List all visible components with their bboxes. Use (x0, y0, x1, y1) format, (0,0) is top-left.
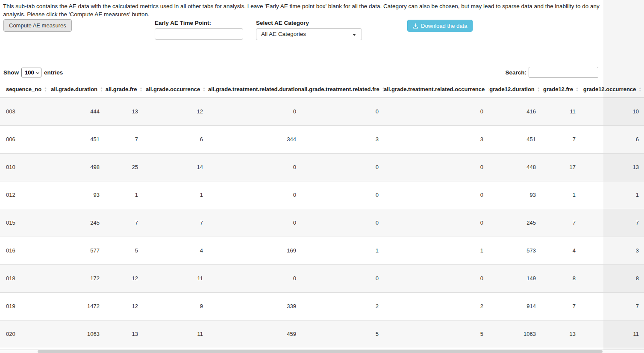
sort-both-icon: ▲▼ (44, 87, 47, 92)
cell-grade12.duration: 1063 (488, 320, 541, 348)
table-row-003: 00344413120004161110 (0, 98, 644, 125)
compute-ae-measures-button[interactable]: Compute AE measures (3, 19, 72, 32)
search-label: Search: (505, 69, 526, 76)
table-row-006: 006451763443345176 (0, 125, 644, 153)
cell-all.grade.treatment.related.occurrence: 0 (384, 153, 488, 181)
search-input[interactable] (529, 67, 598, 78)
cell-all.grade.treatment.related.duration: 0 (208, 209, 301, 237)
sort-both-icon: ▲▼ (139, 87, 142, 92)
cell-all.grade.treatment.related.duration: 344 (208, 125, 301, 153)
cell-all.grade.fre: 7 (105, 209, 143, 237)
cell-all.grade.treatment.related.occurrence: 3 (384, 125, 488, 153)
early-ae-time-point-input[interactable] (155, 28, 243, 40)
cell-sequence-no: 015 (0, 209, 49, 237)
cell-all.grade.treatment.related.duration: 0 (208, 181, 301, 209)
cell-all.grade.occurrence: 1 (143, 181, 208, 209)
ae-category-dropdown[interactable]: All AE Categories (256, 28, 362, 40)
column-header-grade12.fre[interactable]: grade12.fre▲▼ (541, 81, 581, 98)
cell-grade12.fre: 7 (541, 292, 581, 320)
sort-both-icon: ▲▼ (382, 87, 384, 92)
column-header-label: grade12.fre (543, 86, 573, 92)
cell-grade12.duration: 914 (488, 292, 541, 320)
cell-all.grade.occurrence: 4 (143, 237, 208, 264)
horizontal-scrollbar-track (0, 350, 644, 353)
cell-all.grade.treatment.related.fre: 2 (301, 292, 384, 320)
cell-grade12.duration: 149 (488, 264, 541, 292)
chevron-down-icon (353, 34, 356, 36)
column-header-label: grade12.duration (489, 86, 534, 92)
cell-all.grade.occurrence: 7 (143, 209, 208, 237)
cell-all.grade.treatment.related.fre: 0 (301, 181, 384, 209)
table-row-015: 0152457700024577 (0, 209, 644, 237)
cell-all.grade.treatment.related.fre: 1 (301, 237, 384, 264)
cell-all.grade.duration: 577 (49, 237, 105, 264)
cell-all.grade.occurrence: 6 (143, 125, 208, 153)
early-ae-time-point-label: Early AE Time Point: (155, 20, 211, 26)
cell-grade12.fre: 7 (541, 209, 581, 237)
cell-all.grade.treatment.related.occurrence: 0 (384, 181, 488, 209)
cell-grade12.occurrence: 11 (581, 320, 644, 348)
cell-all.grade.occurrence: 12 (143, 98, 208, 125)
cell-all.grade.treatment.related.duration: 0 (208, 264, 301, 292)
column-header-grade12.occurrence[interactable]: grade12.occurrence▲▼ (581, 81, 644, 98)
cell-grade12.fre: 8 (541, 264, 581, 292)
column-header-all.grade.duration[interactable]: all.grade.duration▲▼ (49, 81, 105, 98)
cell-grade12.occurrence: 10 (581, 98, 644, 125)
cell-sequence-no: 019 (0, 292, 49, 320)
column-header-all.grade.treatment.related.fre[interactable]: all.grade.treatment.related.fre▲▼ (301, 81, 384, 98)
page-length-select[interactable]: 100 (21, 68, 41, 77)
cell-sequence-no: 010 (0, 153, 49, 181)
cell-all.grade.fre: 25 (105, 153, 143, 181)
select-ae-category-label: Select AE Category (256, 20, 309, 26)
cell-grade12.occurrence: 3 (581, 237, 644, 264)
column-header-all.grade.treatment.related.duration[interactable]: all.grade.treatment.related.duration▲▼ (208, 81, 301, 98)
cell-all.grade.treatment.related.duration: 339 (208, 292, 301, 320)
cell-all.grade.treatment.related.fre: 0 (301, 98, 384, 125)
cell-grade12.fre: 1 (541, 181, 581, 209)
cell-grade12.occurrence: 8 (581, 264, 644, 292)
cell-all.grade.occurrence: 11 (143, 264, 208, 292)
cell-all.grade.fre: 12 (105, 292, 143, 320)
cell-all.grade.treatment.related.duration: 459 (208, 320, 301, 348)
cell-grade12.duration: 93 (488, 181, 541, 209)
cell-all.grade.fre: 13 (105, 320, 143, 348)
cell-all.grade.treatment.related.duration: 169 (208, 237, 301, 264)
page-length-value: 100 (25, 69, 34, 76)
cell-all.grade.fre: 13 (105, 98, 143, 125)
cell-all.grade.fre: 5 (105, 237, 143, 264)
cell-grade12.duration: 245 (488, 209, 541, 237)
column-header-sequence_no[interactable]: sequence_no▲▼ (0, 81, 49, 98)
cell-all.grade.treatment.related.occurrence: 0 (384, 264, 488, 292)
column-header-label: all.grade.treatment.related.fre (301, 86, 379, 92)
cell-sequence-no: 020 (0, 320, 49, 348)
cell-all.grade.treatment.related.fre: 0 (301, 209, 384, 237)
table-row-019: 01914721293392291477 (0, 292, 644, 320)
cell-sequence-no: 018 (0, 264, 49, 292)
show-label: Show (3, 69, 19, 76)
sort-both-icon: ▲▼ (576, 87, 579, 92)
horizontal-scrollbar-thumb[interactable] (38, 350, 603, 353)
cell-all.grade.duration: 451 (49, 125, 105, 153)
cell-grade12.fre: 7 (541, 125, 581, 153)
cell-grade12.fre: 4 (541, 237, 581, 264)
column-header-all.grade.occurrence[interactable]: all.grade.occurrence▲▼ (143, 81, 208, 98)
download-button-label: Download the data (421, 23, 467, 29)
cell-grade12.occurrence: 7 (581, 209, 644, 237)
sort-both-icon: ▲▼ (100, 87, 103, 92)
subtab-description: This sub-tab contains the AE data with t… (3, 2, 600, 18)
column-header-label: grade12.occurrence (583, 86, 636, 92)
column-header-label: all.grade.treatment.related.duration (208, 86, 301, 92)
download-data-button[interactable]: Download the data (407, 20, 473, 32)
entries-label: entries (44, 69, 63, 76)
chevron-down-icon (36, 70, 39, 74)
column-header-grade12.duration[interactable]: grade12.duration▲▼ (488, 81, 541, 98)
column-header-all.grade.treatment.related.occurrence[interactable]: all.grade.treatment.related.occurrence▲▼ (384, 81, 488, 98)
cell-sequence-no: 006 (0, 125, 49, 153)
cell-all.grade.duration: 444 (49, 98, 105, 125)
page-length-control: Show 100 entries (3, 67, 63, 77)
column-header-all.grade.fre[interactable]: all.grade.fre▲▼ (105, 81, 143, 98)
table-row-016: 016577541691157343 (0, 237, 644, 264)
sort-both-icon: ▲▼ (638, 87, 641, 92)
cell-all.grade.duration: 1472 (49, 292, 105, 320)
cell-grade12.fre: 13 (541, 320, 581, 348)
